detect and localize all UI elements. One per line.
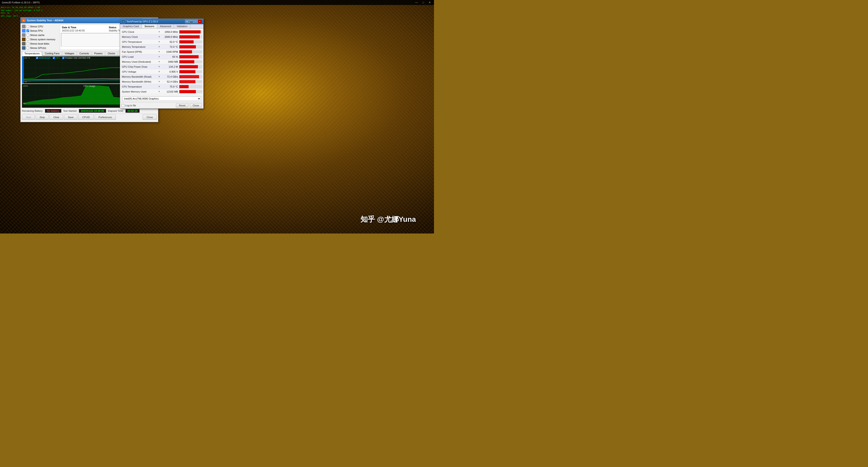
stress-cpu-label: Stress CPU xyxy=(30,25,43,28)
sensor-bar xyxy=(179,30,200,33)
sensor-name: GPU Load xyxy=(121,55,157,58)
log-status-header: Status xyxy=(109,26,117,29)
sensor-value: 134.2 W xyxy=(161,65,179,68)
sensor-name: Fan Speed (RPM) xyxy=(121,51,157,53)
sensor-expand-arrow[interactable]: ▼ xyxy=(157,55,161,58)
sensor-expand-arrow[interactable]: ▼ xyxy=(157,60,161,63)
log-date-header: Date & Time xyxy=(62,26,76,29)
gpuz-tab-advanced[interactable]: Advanced xyxy=(157,24,174,28)
stress-localdisk-item: Stress local disks xyxy=(22,42,58,46)
tab-powers[interactable]: Powers xyxy=(92,51,105,55)
gpuz-cam-btn[interactable]: 📷 xyxy=(189,20,193,23)
sensor-expand-arrow[interactable]: ▼ xyxy=(157,40,161,43)
sensor-row: Fan Speed (RPM)▼1546 RPM xyxy=(121,49,203,54)
gpuz-reset-button[interactable]: Reset xyxy=(176,104,188,108)
taskbar-min[interactable]: — xyxy=(414,1,419,4)
gpuz-tab-graphics-card[interactable]: Graphics Card xyxy=(120,24,142,28)
sensor-bar-container xyxy=(179,30,203,33)
close-button[interactable]: Close xyxy=(143,115,157,120)
sensor-value: 72.0 °C xyxy=(161,46,179,48)
stress-localdisk-checkbox[interactable] xyxy=(27,42,29,45)
gpuz-tab-validation[interactable]: Validation xyxy=(174,24,190,28)
cpuid-button[interactable]: CPUID xyxy=(78,115,94,120)
sensor-name: Memory Temperature xyxy=(121,46,157,48)
gpuz-window-controls: ⚙ 📷 — ✕ xyxy=(185,20,202,23)
gpuz-settings-btn[interactable]: ⚙ xyxy=(185,20,189,23)
sensor-name: System Memory Used xyxy=(121,90,157,93)
preferences-button[interactable]: Preferences xyxy=(95,115,116,120)
save-button[interactable]: Save xyxy=(64,115,78,120)
legend-ssd-label: Predator SSD GM7000 4TB xyxy=(65,57,90,59)
legend-cpu-check[interactable] xyxy=(53,57,55,59)
sensor-expand-arrow[interactable]: ▼ xyxy=(157,46,161,48)
stress-cache-item: Stress cache xyxy=(22,33,58,37)
sensor-bar xyxy=(179,65,198,68)
stress-sysmem-item: Stress system memory xyxy=(22,37,58,41)
sensor-expand-arrow[interactable]: ▼ xyxy=(157,70,161,73)
tab-cooling-fans[interactable]: Cooling Fans xyxy=(42,51,62,55)
gpuz-device-select[interactable]: Intel(R) Arc(TM) A580 Graphics xyxy=(122,96,201,101)
stress-gpu-checkbox[interactable] xyxy=(27,47,29,49)
gpuz-minimize-btn[interactable]: — xyxy=(194,20,198,23)
gpuz-bottom-bar: Log to file Reset Close xyxy=(120,102,203,108)
gpuz-sensors-panel: GPU Clock▼1950.0 MHzMemory Clock▼2000.0 … xyxy=(120,29,203,95)
sensor-name: GPU Clock xyxy=(121,31,157,33)
sensor-expand-arrow[interactable]: ▼ xyxy=(157,65,161,68)
stress-cpu-checkbox[interactable] xyxy=(27,25,29,28)
sensor-bar xyxy=(179,85,189,88)
sensor-expand-arrow[interactable]: ▼ xyxy=(157,80,161,83)
legend-mb-check[interactable] xyxy=(36,57,38,59)
stress-options: Stress CPU Stress FPU Stress cache Stres… xyxy=(22,25,58,50)
sensor-row: GPU Voltage▼0.905 V xyxy=(121,69,203,74)
battery-label: Remaining Battery: xyxy=(22,110,43,112)
elapsed-label: Elapsed Time: xyxy=(108,110,124,112)
sensor-row: Memory Bandwidth (Read)▼72.4 GB/s xyxy=(121,74,203,79)
gpuz-close-btn[interactable]: ✕ xyxy=(198,20,202,23)
sensor-row: GPU Clock▼1950.0 MHz xyxy=(121,29,203,34)
taskbar-controls: — □ ✕ xyxy=(414,1,432,4)
tab-voltages[interactable]: Voltages xyxy=(62,51,77,55)
stress-sysmem-checkbox[interactable] xyxy=(27,38,29,41)
gpuz-log-checkbox[interactable] xyxy=(121,104,124,107)
legend-mb-label: Motherboard xyxy=(39,57,51,59)
sensor-row: Memory Used (Dedicated)▼3460 MB xyxy=(121,59,203,64)
sensor-expand-arrow[interactable]: ▼ xyxy=(157,75,161,78)
legend-ssd-check[interactable] xyxy=(62,57,64,59)
stress-cache-checkbox[interactable] xyxy=(27,34,29,36)
stress-fpu-checkbox[interactable] xyxy=(27,29,29,32)
gpuz-tab-sensors[interactable]: Sensors xyxy=(142,24,157,28)
stress-sysmem-label: Stress system memory xyxy=(30,38,55,41)
stress-gpu-item: Stress GPU(s) xyxy=(22,46,58,50)
tab-temperatures[interactable]: Temperatures xyxy=(22,51,42,56)
sensor-expand-arrow[interactable]: ▼ xyxy=(157,35,161,38)
sensor-row: CPU Temperature▼75.9 °C xyxy=(121,84,203,89)
sensor-row: Memory Temperature▼72.0 °C xyxy=(121,45,203,49)
sensor-value: 1950.0 MHz xyxy=(161,31,179,33)
sensor-expand-arrow[interactable]: ▼ xyxy=(157,85,161,88)
sensor-name: Memory Clock xyxy=(121,35,157,38)
tab-clocks[interactable]: Clocks xyxy=(105,51,118,55)
sensor-value: 52.4 GB/s xyxy=(161,80,179,83)
sensor-name: GPU Chip Power Draw xyxy=(121,65,157,68)
sensor-bar-container xyxy=(179,75,203,78)
sensor-expand-arrow[interactable]: ▼ xyxy=(157,51,161,53)
sensor-bar-container xyxy=(179,45,203,49)
taskbar-title: Geeks3D FurMark v1.36.0.0 – 39FPS xyxy=(2,1,39,4)
start-button[interactable]: Start xyxy=(22,115,35,120)
sensor-value: 62.0 °C xyxy=(161,40,179,43)
sensor-bar-container xyxy=(179,85,203,88)
taskbar-close[interactable]: ✕ xyxy=(427,1,432,4)
taskbar-max[interactable]: □ xyxy=(421,1,425,4)
sensor-value: 3460 MB xyxy=(161,60,179,63)
sensor-expand-arrow[interactable]: ▼ xyxy=(157,31,161,33)
sensor-row: Memory Clock▼2000.0 MHz xyxy=(121,34,203,39)
clear-button[interactable]: Clear xyxy=(50,115,63,120)
stress-cpu-item: Stress CPU xyxy=(22,25,58,28)
fpu-icon xyxy=(22,29,26,33)
sensor-bar xyxy=(179,60,194,63)
stop-button[interactable]: Stop xyxy=(36,115,49,120)
sensor-bar-container xyxy=(179,65,203,68)
sensor-expand-arrow[interactable]: ▼ xyxy=(157,90,161,93)
gpuz-close-button[interactable]: Close xyxy=(190,104,202,108)
tab-currents[interactable]: Currents xyxy=(77,51,91,55)
